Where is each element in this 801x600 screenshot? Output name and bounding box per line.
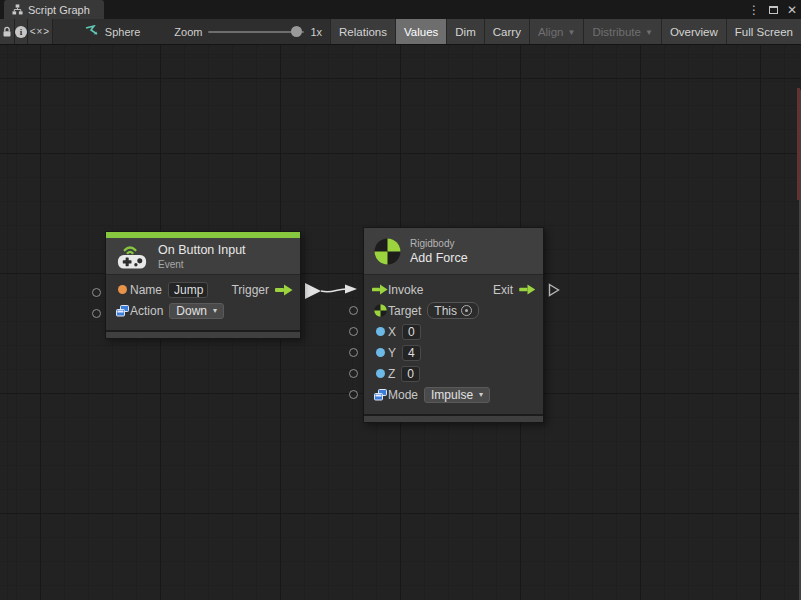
port-row-action: Action Down ▾ <box>106 300 300 321</box>
chevron-down-icon: ▾ <box>213 306 217 315</box>
port-label: Y <box>388 346 396 360</box>
chevron-down-icon: ▼ <box>645 28 653 37</box>
node-footer <box>106 330 300 338</box>
port-row-y: Y 4 <box>364 342 543 363</box>
graph-target-indicator: Sphere <box>77 19 148 44</box>
port-label: Trigger <box>231 283 269 297</box>
port-row-z: Z 0 <box>364 363 543 384</box>
port-label: Mode <box>388 388 418 402</box>
port-row-invoke: Invoke Exit <box>364 279 543 300</box>
port-label: Exit <box>493 283 513 297</box>
trigger-flow-port-icon[interactable] <box>275 284 293 296</box>
lock-button[interactable] <box>0 19 15 44</box>
info-icon: i <box>15 26 27 38</box>
port-label: Invoke <box>388 283 423 297</box>
full-screen-button[interactable]: Full Screen <box>726 19 801 44</box>
lock-icon <box>0 25 14 39</box>
mode-dropdown[interactable]: Impulse ▾ <box>424 387 490 403</box>
graph-toolbar: i <×> Sphere Zoom 1x Relations Values Di… <box>0 19 801 45</box>
x-input[interactable]: 0 <box>402 324 421 340</box>
port-label: Name <box>130 283 162 297</box>
exit-port-connector[interactable] <box>548 283 560 297</box>
port-label: Z <box>388 367 395 381</box>
z-port-connector[interactable] <box>349 369 358 378</box>
tab-script-graph[interactable]: Script Graph <box>4 0 104 19</box>
node-footer <box>364 414 543 422</box>
overview-button[interactable]: Overview <box>661 19 726 44</box>
y-input[interactable]: 4 <box>402 345 421 361</box>
node-header[interactable]: On Button Input Event <box>106 238 300 275</box>
zoom-control: Zoom 1x <box>166 19 330 44</box>
gamepad-event-icon <box>116 242 149 270</box>
mode-port-connector[interactable] <box>349 390 358 399</box>
code-preview-button[interactable]: <×> <box>28 19 53 44</box>
values-button[interactable]: Values <box>395 19 446 44</box>
pointer-icon <box>85 25 99 38</box>
node-add-force[interactable]: Rigidbody Add Force Invoke Exit <box>363 227 544 423</box>
maximize-icon[interactable] <box>769 6 778 14</box>
code-brackets-icon: <×> <box>30 26 51 37</box>
rigidbody-icon <box>374 238 401 265</box>
vertical-scrollbar-thumb[interactable] <box>797 88 800 200</box>
rigidbody-port-icon[interactable] <box>374 304 387 317</box>
float-port-icon[interactable] <box>376 369 385 378</box>
name-input[interactable]: Jump <box>168 282 208 298</box>
object-picker-icon <box>461 305 472 316</box>
enum-port-icon[interactable] <box>116 305 129 317</box>
graph-target-label: Sphere <box>105 26 140 38</box>
zoom-slider[interactable] <box>208 31 304 33</box>
y-port-connector[interactable] <box>349 348 358 357</box>
exit-flow-port-icon[interactable] <box>519 284 536 295</box>
x-port-connector[interactable] <box>349 327 358 336</box>
node-body: Name Jump Trigger <box>106 275 300 330</box>
z-input[interactable]: 0 <box>401 366 420 382</box>
port-row-mode: Mode Impulse ▾ <box>364 384 543 405</box>
zoom-label: Zoom <box>174 26 202 38</box>
carry-button[interactable]: Carry <box>484 19 529 44</box>
tab-bar: Script Graph ⋮ ✕ <box>0 0 801 19</box>
action-dropdown[interactable]: Down ▾ <box>169 303 224 319</box>
node-kicker: Rigidbody <box>410 238 468 249</box>
port-row-x: X 0 <box>364 321 543 342</box>
graph-hierarchy-icon <box>12 4 23 15</box>
node-header[interactable]: Rigidbody Add Force <box>364 228 543 275</box>
invoke-flow-port-icon[interactable] <box>372 284 388 295</box>
node-on-button-input[interactable]: On Button Input Event Name Jump Trigger <box>105 231 301 339</box>
tab-label: Script Graph <box>28 4 90 16</box>
node-body: Invoke Exit <box>364 275 543 414</box>
enum-port-icon[interactable] <box>374 389 387 401</box>
window-controls: ⋮ ✕ <box>748 0 797 19</box>
dim-button[interactable]: Dim <box>446 19 483 44</box>
name-port-connector[interactable] <box>92 288 101 297</box>
port-row-target: Target This <box>364 300 543 321</box>
action-port-connector[interactable] <box>92 309 101 318</box>
port-label: Target <box>388 304 421 318</box>
target-object-button[interactable]: This <box>427 302 479 319</box>
port-label: X <box>388 325 396 339</box>
node-subtitle: Event <box>158 259 246 270</box>
node-title: On Button Input <box>158 243 246 257</box>
info-button[interactable]: i <box>15 19 28 44</box>
port-label: Action <box>130 304 163 318</box>
node-title: Add Force <box>410 251 468 265</box>
zoom-value: 1x <box>310 26 322 38</box>
float-port-icon[interactable] <box>376 348 385 357</box>
zoom-slider-thumb[interactable] <box>291 26 302 37</box>
string-port-icon[interactable] <box>118 285 127 294</box>
graph-canvas[interactable]: On Button Input Event Name Jump Trigger <box>0 45 801 600</box>
align-button[interactable]: Align▼ <box>529 19 584 44</box>
chevron-down-icon: ▼ <box>567 28 575 37</box>
distribute-button[interactable]: Distribute▼ <box>583 19 661 44</box>
script-graph-window: Script Graph ⋮ ✕ i <×> Sphere <box>0 0 801 600</box>
chevron-down-icon: ▾ <box>479 390 483 399</box>
toolbar-buttons: Relations Values Dim Carry Align▼ Distri… <box>330 19 801 44</box>
port-row-name: Name Jump Trigger <box>106 279 300 300</box>
target-port-connector[interactable] <box>349 306 358 315</box>
float-port-icon[interactable] <box>376 327 385 336</box>
close-icon[interactable]: ✕ <box>787 4 797 16</box>
kebab-menu-icon[interactable]: ⋮ <box>748 4 760 16</box>
relations-button[interactable]: Relations <box>330 19 395 44</box>
